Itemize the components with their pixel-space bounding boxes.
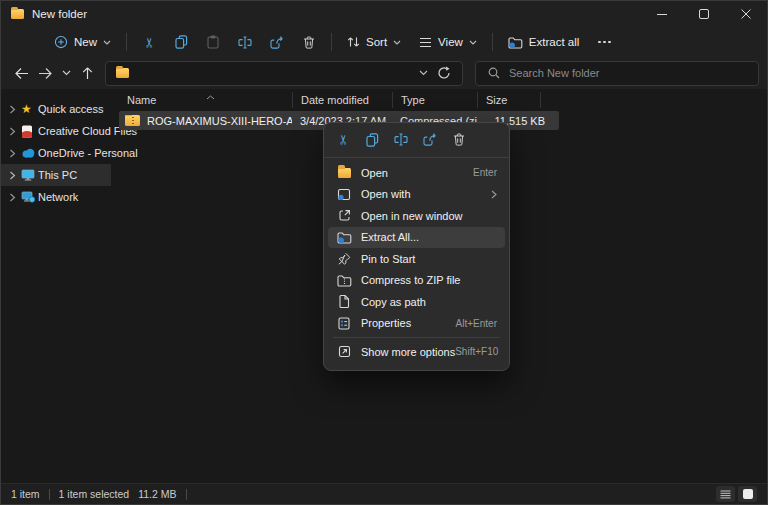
open-in-new-window-icon (336, 209, 352, 222)
share-button[interactable] (261, 29, 293, 55)
sidebar-item-label: This PC (38, 169, 77, 181)
column-headers: Name Date modified Type Size (111, 89, 767, 111)
details-view-icon (720, 490, 731, 499)
menu-item-pin-to-start[interactable]: Pin to Start (328, 248, 505, 270)
window-folder-icon (11, 9, 24, 19)
sidebar-item-quick-access[interactable]: ★ Quick access (1, 98, 111, 120)
sidebar-item-onedrive[interactable]: OneDrive - Personal (1, 142, 111, 164)
expand-chevron-icon[interactable] (9, 171, 21, 180)
recent-locations-button[interactable] (57, 61, 75, 85)
item-count: 1 item (11, 488, 40, 500)
window-title: New folder (32, 8, 87, 20)
sort-button-label: Sort (366, 36, 387, 48)
command-bar: New ✂ (1, 27, 767, 57)
shortcut-label: Shift+F10 (455, 346, 498, 357)
rename-icon (394, 133, 408, 146)
extract-all-button[interactable]: Extract all (499, 29, 589, 55)
extract-all-icon (508, 36, 523, 49)
close-button[interactable] (725, 1, 767, 27)
toolbar-separator (126, 33, 127, 51)
up-button[interactable] (75, 61, 99, 85)
new-plus-icon (54, 35, 68, 49)
navigation-bar (1, 57, 767, 89)
column-header-type[interactable]: Type (392, 92, 477, 108)
network-icon (21, 191, 38, 203)
sidebar-item-network[interactable]: Network (1, 186, 111, 208)
chevron-down-icon (103, 40, 111, 45)
column-header-name[interactable]: Name (119, 92, 292, 108)
menu-item-extract-all[interactable]: Extract All... (328, 227, 505, 249)
cut-button[interactable]: ✂ (133, 29, 165, 55)
sort-button[interactable]: Sort (338, 29, 410, 55)
delete-button[interactable] (446, 127, 472, 152)
rename-button[interactable] (388, 127, 414, 152)
expand-chevron-icon[interactable] (9, 193, 21, 202)
view-button-label: View (438, 36, 463, 48)
copy-button[interactable] (359, 127, 385, 152)
share-icon (270, 36, 284, 49)
share-button[interactable] (417, 127, 443, 152)
forward-button[interactable] (33, 61, 57, 85)
maximize-button[interactable] (683, 1, 725, 27)
menu-item-open-in-new-window[interactable]: Open in new window (328, 205, 505, 227)
expand-chevron-icon[interactable] (9, 149, 21, 158)
chevron-down-icon (469, 40, 477, 45)
delete-icon (303, 36, 315, 49)
sidebar-item-label: Quick access (38, 103, 103, 115)
open-folder-icon (336, 168, 352, 178)
large-icons-view-icon (743, 489, 753, 499)
delete-icon (453, 133, 465, 146)
copy-button[interactable] (165, 29, 197, 55)
search-box[interactable] (475, 61, 759, 86)
sidebar-item-this-pc[interactable]: This PC (1, 164, 111, 186)
column-header-date-modified[interactable]: Date modified (292, 92, 392, 108)
back-button[interactable] (9, 61, 33, 85)
copy-as-path-icon (336, 295, 352, 308)
title-bar: New folder (1, 1, 767, 27)
menu-item-open[interactable]: Open Enter (328, 162, 505, 184)
extract-all-icon (336, 231, 352, 244)
rename-button[interactable] (229, 29, 261, 55)
forward-icon (38, 67, 53, 80)
menu-item-properties[interactable]: Properties Alt+Enter (328, 313, 505, 335)
file-explorer-window: New folder New ✂ (0, 0, 768, 505)
menu-item-show-more-options[interactable]: Show more options Shift+F10 (328, 341, 505, 363)
pin-icon (336, 252, 352, 265)
toolbar-separator (492, 33, 493, 51)
submenu-chevron-icon (491, 190, 497, 199)
search-input[interactable] (509, 67, 750, 79)
copy-icon (175, 35, 188, 49)
selection-count: 1 item selected (59, 488, 130, 500)
minimize-button[interactable] (641, 1, 683, 27)
cut-button[interactable]: ✂ (330, 127, 356, 152)
menu-item-open-with[interactable]: Open with (328, 184, 505, 206)
paste-button[interactable] (197, 29, 229, 55)
selection-size: 11.2 MB (138, 488, 176, 500)
file-name-cell: ROG-MAXIMUS-XIII-HERO-ASUS-1301.ZIP (119, 115, 292, 127)
expand-chevron-icon[interactable] (9, 105, 21, 114)
expand-chevron-icon[interactable] (9, 127, 21, 136)
properties-icon (336, 317, 352, 330)
sort-icon (347, 36, 360, 48)
address-dropdown-button[interactable] (414, 61, 432, 85)
refresh-button[interactable] (432, 61, 456, 85)
rename-icon (238, 36, 252, 49)
toolbar-separator (331, 33, 332, 51)
status-bar: 1 item 1 item selected 11.2 MB (1, 483, 767, 504)
creative-cloud-icon (21, 125, 38, 138)
file-name: ROG-MAXIMUS-XIII-HERO-ASUS-1301.ZIP (147, 115, 292, 127)
see-more-button[interactable] (588, 29, 620, 55)
menu-item-compress-to-zip[interactable]: Compress to ZIP file (328, 270, 505, 292)
details-view-toggle[interactable] (716, 486, 735, 502)
delete-button[interactable] (293, 29, 325, 55)
minimize-icon (657, 9, 667, 19)
see-more-icon (598, 41, 611, 44)
address-bar[interactable] (105, 61, 463, 86)
view-button[interactable]: View (410, 29, 486, 55)
sidebar-item-creative-cloud-files[interactable]: Creative Cloud Files (1, 120, 111, 142)
window-controls (641, 1, 767, 27)
column-header-size[interactable]: Size (477, 92, 541, 108)
large-icons-view-toggle[interactable] (738, 486, 757, 502)
new-button[interactable]: New (45, 29, 120, 55)
menu-item-copy-as-path[interactable]: Copy as path (328, 291, 505, 313)
